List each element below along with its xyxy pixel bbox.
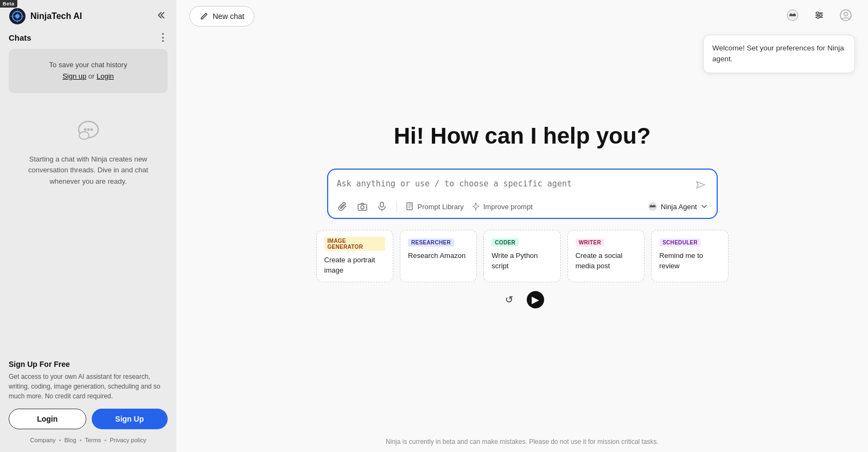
- auth-buttons: Login Sign Up: [9, 409, 168, 429]
- topbar: New chat: [176, 0, 868, 33]
- sparkle-icon: [471, 202, 480, 211]
- pencil-icon: [200, 12, 208, 21]
- signup-free-desc: Get access to your own AI assistant for …: [9, 372, 168, 401]
- pagination-row: ↺ ▶: [501, 291, 544, 308]
- sidebar: Beta NinjaTech AI Chats ⋮: [0, 0, 176, 452]
- footer-terms[interactable]: Terms: [85, 437, 101, 443]
- svg-point-29: [650, 205, 652, 206]
- card-text: Create a social media post: [576, 251, 636, 270]
- suggestion-card-4[interactable]: SCHEDULER Remind me to review: [651, 230, 728, 282]
- empty-state: Starting a chat with Ninja creates new c…: [9, 93, 168, 198]
- settings-button[interactable]: [810, 7, 828, 27]
- paperclip-icon: [338, 202, 348, 211]
- camera-button[interactable]: [356, 201, 368, 212]
- main-footer: Ninja is currently in beta and can make …: [176, 431, 868, 452]
- chat-history-text: To save your chat history: [49, 61, 127, 69]
- user-icon: [840, 9, 852, 21]
- card-badge: SCHEDULER: [659, 238, 701, 247]
- chat-bubble-icon: [73, 115, 104, 145]
- card-badge: IMAGE GENERATOR: [324, 237, 385, 251]
- svg-rect-22: [358, 204, 367, 210]
- suggestion-card-1[interactable]: RESEARCHER Research Amazon: [400, 230, 477, 282]
- svg-rect-24: [380, 202, 384, 207]
- svg-point-13: [794, 13, 795, 15]
- play-button[interactable]: ▶: [527, 291, 544, 308]
- login-button[interactable]: Login: [9, 409, 86, 429]
- toolbar-divider: [397, 201, 397, 212]
- empty-state-text: Starting a chat with Ninja creates new c…: [20, 154, 157, 188]
- card-badge: WRITER: [576, 238, 604, 247]
- sidebar-bottom: Sign Up For Free Get access to your own …: [0, 351, 176, 452]
- new-chat-label: New chat: [213, 12, 244, 21]
- send-icon: [695, 179, 706, 190]
- welcome-tooltip: Welcome! Set your preferences for Ninja …: [703, 35, 855, 73]
- footer-links: Company • Blog • Terms • Privacy policy: [9, 437, 168, 443]
- footer-text: Ninja is currently in beta and can make …: [386, 438, 659, 445]
- chats-section: Chats ⋮ To save your chat history Sign u…: [0, 33, 176, 351]
- ninja-face-icon: [787, 9, 799, 21]
- card-badge: RESEARCHER: [408, 238, 454, 247]
- improve-prompt-label: Improve prompt: [483, 203, 533, 211]
- user-profile-button[interactable]: [837, 6, 855, 27]
- signup-button[interactable]: Sign Up: [92, 409, 168, 429]
- improve-prompt-button[interactable]: Improve prompt: [471, 202, 533, 211]
- sliders-icon: [814, 10, 825, 21]
- microphone-icon: [377, 202, 387, 211]
- book-icon: [406, 202, 414, 211]
- svg-rect-28: [650, 205, 656, 208]
- or-text: or: [86, 72, 97, 80]
- cards-row: IMAGE GENERATOR Create a portrait image …: [316, 230, 729, 282]
- card-text: Write a Python script: [492, 251, 552, 270]
- chat-history-box: To save your chat history Sign up or Log…: [9, 49, 168, 93]
- chat-input[interactable]: [337, 179, 693, 194]
- send-button[interactable]: [693, 177, 708, 195]
- center-content: Hi! How can I help you?: [176, 33, 868, 431]
- attach-button[interactable]: [337, 201, 349, 212]
- svg-point-12: [790, 13, 792, 15]
- svg-point-23: [361, 206, 364, 209]
- camera-icon: [358, 202, 367, 211]
- toolbar-row: Prompt Library Improve prompt: [337, 201, 708, 212]
- chats-title: Chats: [9, 33, 31, 42]
- topbar-right: [783, 6, 855, 27]
- logo-icon: [9, 8, 26, 25]
- footer-blog[interactable]: Blog: [64, 437, 76, 443]
- input-container: Prompt Library Improve prompt: [327, 169, 718, 219]
- svg-point-18: [820, 14, 822, 16]
- prompt-library-button[interactable]: Prompt Library: [406, 202, 464, 211]
- signup-link[interactable]: Sign up: [62, 72, 86, 80]
- prev-page-button[interactable]: ↺: [501, 291, 518, 308]
- logo-area: NinjaTech AI: [9, 8, 82, 25]
- ninja-agent-selector[interactable]: Ninja Agent: [648, 202, 708, 211]
- logo-text: NinjaTech AI: [30, 11, 82, 21]
- ninja-face-button[interactable]: [783, 6, 802, 27]
- svg-point-19: [817, 16, 819, 18]
- suggestion-card-0[interactable]: IMAGE GENERATOR Create a portrait image: [316, 230, 393, 282]
- card-text: Research Amazon: [408, 251, 469, 261]
- card-text: Remind me to review: [659, 251, 720, 270]
- microphone-button[interactable]: [376, 201, 388, 212]
- ninja-agent-label: Ninja Agent: [661, 203, 697, 211]
- signup-free-title: Sign Up For Free: [9, 360, 168, 369]
- chevron-down-icon: [700, 203, 708, 210]
- footer-company[interactable]: Company: [30, 437, 56, 443]
- footer-privacy[interactable]: Privacy policy: [110, 437, 146, 443]
- card-text: Create a portrait image: [324, 255, 385, 275]
- svg-point-7: [84, 128, 86, 131]
- svg-point-8: [87, 128, 90, 131]
- svg-point-6: [79, 132, 89, 139]
- collapse-sidebar-button[interactable]: [152, 8, 168, 25]
- sidebar-header: NinjaTech AI: [0, 0, 176, 33]
- card-badge: CODER: [492, 238, 519, 247]
- chats-menu-button[interactable]: ⋮: [158, 33, 168, 42]
- beta-badge: Beta: [0, 0, 17, 8]
- suggestion-card-3[interactable]: WRITER Create a social media post: [567, 230, 644, 282]
- suggestion-card-2[interactable]: CODER Write a Python script: [483, 230, 560, 282]
- svg-point-21: [844, 12, 848, 16]
- login-link[interactable]: Login: [97, 72, 114, 80]
- svg-point-30: [653, 205, 654, 206]
- new-chat-button[interactable]: New chat: [189, 6, 254, 27]
- prompt-library-label: Prompt Library: [418, 203, 464, 211]
- svg-point-17: [816, 12, 819, 14]
- welcome-tooltip-text: Welcome! Set your preferences for Ninja …: [712, 44, 844, 63]
